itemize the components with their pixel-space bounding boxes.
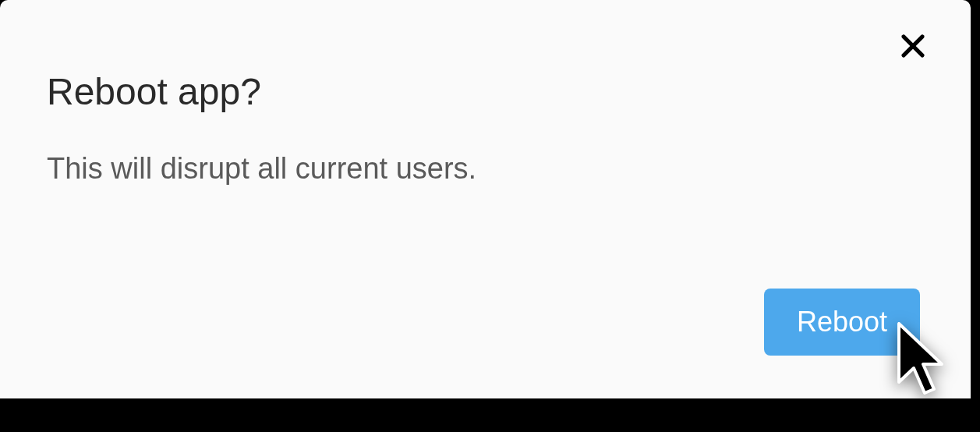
confirmation-dialog: Reboot app? This will disrupt all curren… <box>0 0 971 398</box>
dialog-title: Reboot app? <box>47 70 924 113</box>
close-button[interactable] <box>894 30 932 67</box>
dialog-footer: Reboot <box>764 289 920 356</box>
dialog-body: This will disrupt all current users. <box>47 152 924 186</box>
close-icon <box>899 31 927 66</box>
reboot-button[interactable]: Reboot <box>764 289 920 356</box>
